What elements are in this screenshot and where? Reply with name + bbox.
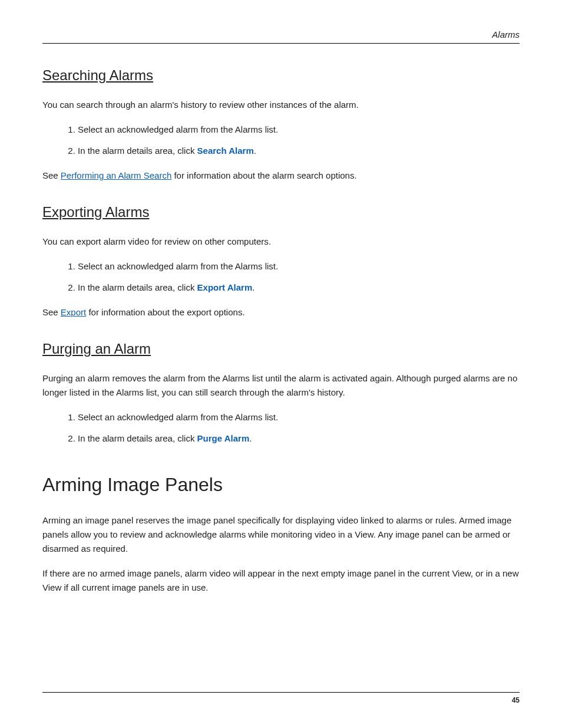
paragraph: You can search through an alarm's histor…: [42, 98, 520, 112]
text: See: [42, 307, 61, 317]
list-item: Select an acknowledged alarm from the Al…: [78, 410, 520, 424]
text: See: [42, 170, 61, 180]
ui-action-label: Export Alarm: [197, 282, 253, 292]
ui-action-label: Search Alarm: [197, 146, 254, 156]
text: .: [249, 433, 252, 443]
ordered-list: Select an acknowledged alarm from the Al…: [42, 123, 520, 158]
ordered-list: Select an acknowledged alarm from the Al…: [42, 410, 520, 446]
list-item: In the alarm details area, click Purge A…: [78, 431, 520, 446]
page-number: 45: [42, 696, 520, 704]
page-header: Alarms: [42, 29, 520, 44]
document-page: Alarms Searching Alarms You can search t…: [0, 0, 562, 728]
ui-action-label: Purge Alarm: [197, 433, 250, 443]
text: for information about the export options…: [86, 307, 244, 317]
page-footer: 45: [42, 692, 520, 704]
list-item: Select an acknowledged alarm from the Al…: [78, 123, 520, 137]
text: for information about the alarm search o…: [171, 170, 356, 180]
text: .: [252, 282, 254, 292]
link-performing-alarm-search[interactable]: Performing an Alarm Search: [61, 170, 171, 180]
paragraph: See Performing an Alarm Search for infor…: [42, 169, 520, 183]
paragraph: Arming an image panel reserves the image…: [42, 513, 520, 556]
paragraph: You can export alarm video for review on…: [42, 235, 520, 249]
text: .: [254, 146, 256, 156]
heading-arming-image-panels: Arming Image Panels: [42, 474, 520, 496]
paragraph: Purging an alarm removes the alarm from …: [42, 371, 520, 400]
link-export[interactable]: Export: [61, 307, 86, 317]
text: In the alarm details area, click: [78, 433, 197, 443]
list-item: In the alarm details area, click Search …: [78, 144, 520, 158]
heading-searching-alarms: Searching Alarms: [42, 67, 520, 84]
paragraph: If there are no armed image panels, alar…: [42, 566, 520, 595]
paragraph: See Export for information about the exp…: [42, 305, 520, 319]
list-item: In the alarm details area, click Export …: [78, 281, 520, 295]
heading-purging-alarm: Purging an Alarm: [42, 341, 520, 357]
text: In the alarm details area, click: [78, 146, 197, 156]
list-item: Select an acknowledged alarm from the Al…: [78, 259, 520, 274]
ordered-list: Select an acknowledged alarm from the Al…: [42, 259, 520, 295]
text: In the alarm details area, click: [78, 282, 197, 292]
header-section-label: Alarms: [42, 29, 520, 39]
heading-exporting-alarms: Exporting Alarms: [42, 204, 520, 220]
